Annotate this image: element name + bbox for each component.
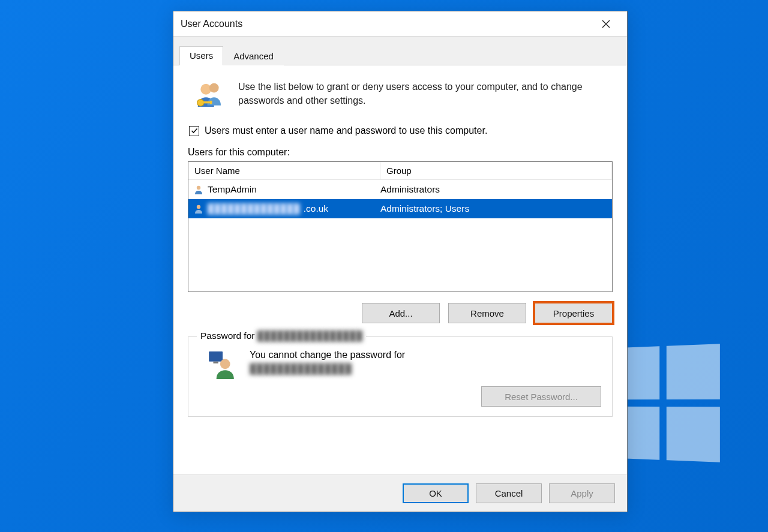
require-password-row: Users must enter a user name and passwor… [189,125,611,136]
intro-text: Use the list below to grant or deny user… [238,80,610,112]
dialog-footer: OK Cancel Apply [173,474,627,512]
password-legend-user: ████████████████ [257,330,362,341]
svg-point-3 [209,83,219,93]
svg-point-11 [220,359,230,369]
password-message: You cannot change the password for █████… [250,348,601,375]
users-listview[interactable]: User Name Group TempAdmin Administrators… [188,161,613,292]
apply-button: Apply [549,483,615,503]
user-row[interactable]: TempAdmin Administrators [188,180,612,199]
cancel-button[interactable]: Cancel [476,483,542,503]
username-text: TempAdmin [208,184,257,195]
password-groupbox: Password for ████████████████ You cannot… [188,336,613,417]
user-accounts-dialog: User Accounts Users Advanced Use the lis… [173,11,628,512]
dialog-title: User Accounts [181,19,242,29]
tab-content-users: Use the list below to grant or deny user… [173,65,627,474]
username-suffix: .co.uk [304,203,328,214]
column-group[interactable]: Group [380,162,612,179]
password-message-user: ███████████████ [250,363,352,374]
password-legend: Password for ████████████████ [197,330,366,341]
require-password-checkbox[interactable] [189,126,199,136]
user-action-buttons: Add... Remove Properties [188,303,613,323]
user-row[interactable]: ██████████████.co.uk Administrators; Use… [188,199,612,218]
remove-button[interactable]: Remove [448,303,526,323]
users-list-label: Users for this computer: [188,147,613,158]
close-icon [602,20,610,28]
users-keys-icon [194,80,226,112]
user-monitor-icon [206,350,236,380]
user-cell-username: TempAdmin [193,184,380,195]
reset-password-button: Reset Password... [481,386,601,407]
add-button[interactable]: Add... [362,303,440,323]
user-cell-group: Administrators [380,184,607,195]
checkmark-icon [191,127,198,134]
listview-header: User Name Group [188,162,612,180]
svg-point-7 [197,186,200,190]
column-username[interactable]: User Name [188,162,380,179]
user-cell-group: Administrators; Users [380,203,607,214]
username-text: ██████████████ [208,203,300,214]
ok-button[interactable]: OK [403,483,469,503]
close-button[interactable] [592,14,620,34]
user-icon [193,184,204,195]
user-icon [193,203,204,214]
require-password-label: Users must enter a user name and passwor… [205,125,487,136]
tab-advanced[interactable]: Advanced [223,47,284,65]
properties-button[interactable]: Properties [535,303,613,323]
svg-rect-10 [213,362,218,363]
svg-rect-6 [210,101,212,104]
tab-users[interactable]: Users [179,46,223,65]
user-cell-username: ██████████████.co.uk [193,203,380,214]
tab-strip: Users Advanced [173,37,627,65]
titlebar: User Accounts [173,11,627,37]
intro-row: Use the list below to grant or deny user… [188,76,613,121]
listview-body: TempAdmin Administrators ██████████████.… [188,180,612,291]
svg-point-8 [197,205,200,209]
svg-rect-9 [209,351,223,362]
